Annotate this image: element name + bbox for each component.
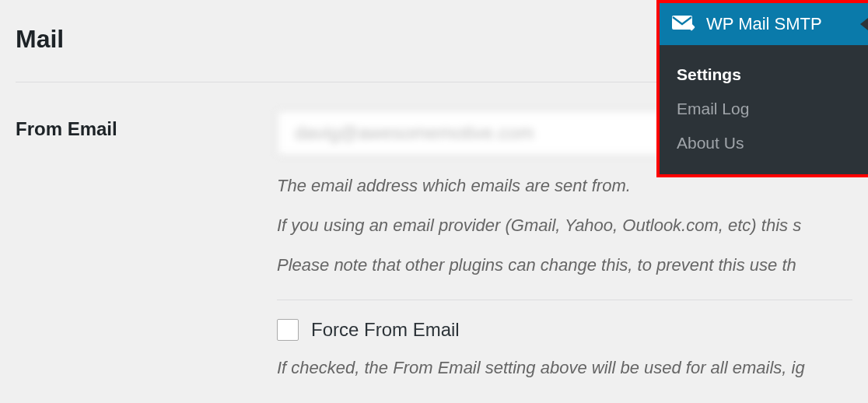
menu-caret-icon	[860, 18, 868, 30]
field-divider	[277, 300, 852, 300]
force-from-email-label: Force From Email	[311, 319, 460, 341]
admin-submenu: Settings Email Log About Us	[660, 45, 868, 174]
admin-menu-title: WP Mail SMTP	[706, 14, 822, 34]
submenu-item-settings[interactable]: Settings	[660, 58, 868, 92]
force-from-email-row: Force From Email	[277, 319, 852, 341]
from-email-help-line2: If you using an email provider (Gmail, Y…	[277, 212, 852, 238]
admin-menu-header[interactable]: WP Mail SMTP	[660, 3, 868, 45]
force-from-email-help: If checked, the From Email setting above…	[277, 355, 852, 380]
admin-menu-wp-mail-smtp: WP Mail SMTP Settings Email Log About Us	[656, 0, 868, 177]
submenu-item-about-us[interactable]: About Us	[660, 126, 868, 160]
submenu-item-email-log[interactable]: Email Log	[660, 92, 868, 126]
from-email-label: From Email	[16, 110, 277, 140]
from-email-help: The email address which emails are sent …	[277, 173, 852, 278]
force-from-email-checkbox[interactable]	[277, 319, 299, 341]
force-from-email-help-wrap: If checked, the From Email setting above…	[277, 355, 852, 380]
from-email-help-line3: Please note that other plugins can chang…	[277, 252, 852, 278]
mail-smtp-icon	[672, 16, 695, 33]
